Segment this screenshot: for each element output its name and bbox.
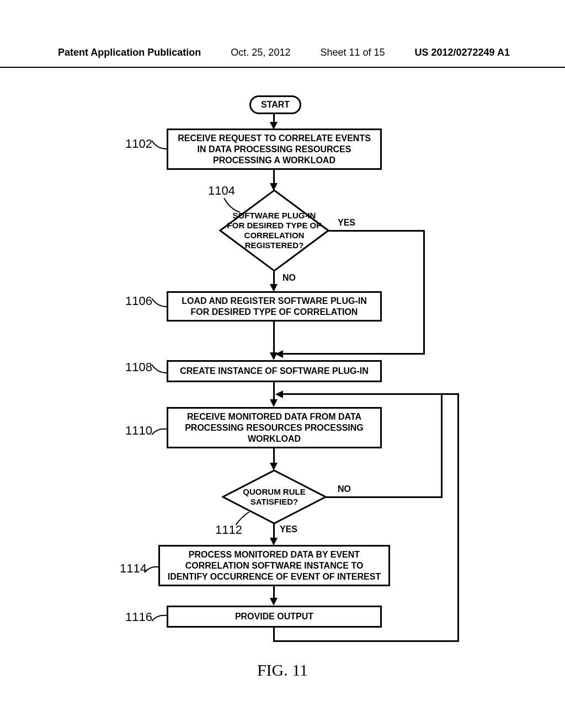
leader-line: [152, 428, 168, 436]
node-1112-label: QUORUM RULE SATISFIED?: [233, 487, 316, 507]
leader-line: [152, 365, 168, 374]
node-1116-label: PROVIDE OUTPUT: [235, 611, 313, 622]
connector: [273, 640, 459, 642]
leader-line: [222, 198, 241, 215]
node-1102: RECEIVE REQUEST TO CORRELATE EVENTS IN D…: [167, 129, 382, 170]
connector: [281, 353, 425, 355]
edge-no-1104: NO: [282, 273, 296, 283]
node-1106: LOAD AND REGISTER SOFTWARE PLUG-IN FOR D…: [167, 291, 382, 322]
node-1114: PROCESS MONITORED DATA BY EVENT CORRELAT…: [158, 545, 390, 586]
node-start: START: [249, 95, 301, 114]
arrowhead-icon: [275, 390, 283, 398]
connector: [443, 393, 459, 395]
ref-1102: 1102: [125, 137, 152, 151]
connector: [441, 393, 443, 498]
edge-no-1112: NO: [338, 484, 351, 494]
node-1108-label: CREATE INSTANCE OF SOFTWARE PLUG-IN: [180, 366, 369, 377]
ref-1104: 1104: [208, 184, 235, 198]
connector: [273, 322, 275, 355]
leader-line: [145, 566, 160, 574]
arrowhead-icon: [270, 352, 278, 360]
arrowhead-icon: [270, 598, 278, 606]
ref-1108: 1108: [125, 360, 152, 374]
connector: [457, 393, 459, 642]
node-1108: CREATE INSTANCE OF SOFTWARE PLUG-IN: [167, 360, 382, 382]
node-start-label: START: [261, 100, 290, 109]
connector: [423, 230, 425, 354]
ref-1116: 1116: [125, 610, 152, 624]
edge-yes-1112: YES: [280, 524, 297, 534]
leader-line: [152, 298, 168, 308]
node-1102-label: RECEIVE REQUEST TO CORRELATE EVENTS IN D…: [174, 133, 375, 166]
node-1110: RECEIVE MONITORED DATA FROM DATA PROCESS…: [167, 407, 382, 448]
node-1106-label: LOAD AND REGISTER SOFTWARE PLUG-IN FOR D…: [174, 296, 375, 318]
connector: [328, 230, 425, 232]
header-docnum: US 2012/0272249 A1: [415, 47, 510, 58]
connector: [281, 393, 443, 395]
node-1104-label: SOFTWARE PLUG-IN FOR DESIRED TYPE OF COR…: [225, 211, 324, 250]
ref-1114: 1114: [120, 561, 147, 576]
header-date: Oct. 25, 2012: [231, 47, 290, 58]
arrowhead-icon: [270, 284, 278, 292]
edge-yes-1104: YES: [338, 218, 355, 228]
leader-line: [152, 614, 168, 622]
leader-line: [152, 141, 168, 151]
leader-line: [236, 512, 252, 526]
node-1110-label: RECEIVE MONITORED DATA FROM DATA PROCESS…: [174, 411, 375, 445]
arrowhead-icon: [270, 399, 278, 407]
node-1116: PROVIDE OUTPUT: [167, 606, 382, 628]
flowchart: START RECEIVE REQUEST TO CORRELATE EVENT…: [56, 95, 509, 675]
connector: [273, 382, 275, 402]
node-1114-label: PROCESS MONITORED DATA BY EVENT CORRELAT…: [166, 549, 383, 582]
connector: [273, 628, 275, 641]
ref-1106: 1106: [125, 294, 152, 308]
ref-1110: 1110: [125, 424, 152, 438]
header-sheet: Sheet 11 of 15: [320, 47, 385, 58]
connector: [326, 496, 443, 498]
header-publication: Patent Application Publication: [58, 47, 201, 58]
arrowhead-icon: [270, 538, 278, 545]
figure-caption: FIG. 11: [56, 661, 509, 679]
